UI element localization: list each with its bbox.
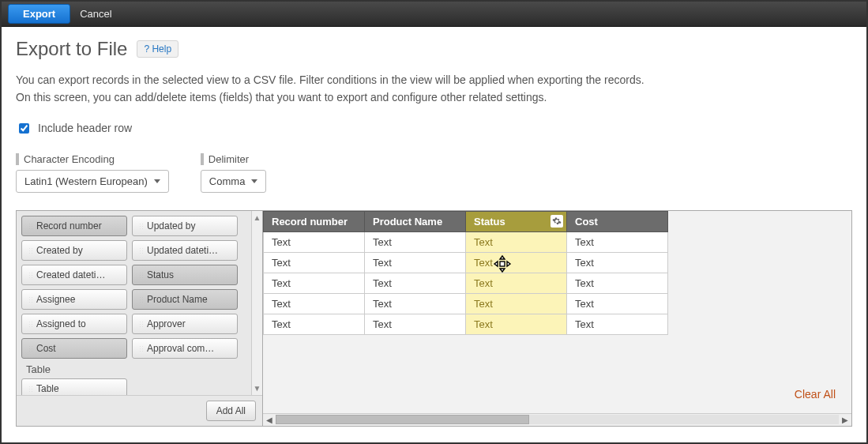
encoding-select[interactable]: Latin1 (Western European) bbox=[16, 170, 169, 193]
grip-icon bbox=[28, 296, 33, 304]
grip-icon bbox=[28, 223, 33, 231]
field-pill-label: Record number bbox=[36, 220, 102, 231]
field-pill[interactable]: Approver bbox=[132, 314, 238, 334]
scroll-thumb[interactable] bbox=[276, 415, 529, 424]
table-cell: Text bbox=[365, 231, 466, 252]
table-cell: Text bbox=[567, 293, 668, 314]
table-cell: Text bbox=[264, 273, 365, 293]
chevron-down-icon bbox=[154, 179, 160, 183]
grip-icon bbox=[139, 247, 144, 255]
table-cell: Text bbox=[466, 273, 567, 293]
table-cell: Text bbox=[466, 293, 567, 314]
table-cell: Text bbox=[365, 252, 466, 273]
palette-scrollbar[interactable]: ▲ ▼ bbox=[251, 211, 262, 395]
chevron-down-icon bbox=[251, 179, 257, 183]
delimiter-label: Delimiter bbox=[201, 153, 267, 165]
table-row: TextTextTextText bbox=[264, 231, 668, 252]
field-pill[interactable]: Product Name bbox=[132, 289, 238, 310]
encoding-value: Latin1 (Western European) bbox=[24, 175, 148, 187]
field-pill-label: Product Name bbox=[147, 294, 208, 305]
field-pill-label: Status bbox=[147, 269, 174, 280]
field-pill[interactable]: Status bbox=[132, 265, 238, 285]
field-pill[interactable]: Updated by bbox=[132, 216, 238, 236]
field-pill-label: Cost bbox=[36, 343, 56, 354]
table-cell: Text bbox=[567, 273, 668, 293]
field-pill[interactable]: Approval com… bbox=[132, 338, 238, 359]
grip-icon bbox=[139, 321, 144, 329]
grip-icon bbox=[28, 272, 33, 280]
table-row: TextTextTextText bbox=[264, 293, 668, 314]
cancel-link[interactable]: Cancel bbox=[80, 8, 111, 20]
field-pill[interactable]: Table bbox=[21, 378, 127, 395]
help-button[interactable]: ? Help bbox=[137, 40, 178, 58]
delimiter-select[interactable]: Comma bbox=[201, 170, 267, 193]
field-pill[interactable]: Assignee bbox=[21, 289, 127, 310]
scroll-left-icon[interactable]: ◀ bbox=[263, 416, 276, 424]
include-header-label[interactable]: Include header row bbox=[38, 122, 132, 134]
field-pill-label: Assigned to bbox=[36, 318, 86, 329]
clear-all-link[interactable]: Clear All bbox=[795, 388, 836, 401]
table-cell: Text bbox=[365, 293, 466, 314]
page-title: Export to File bbox=[16, 38, 127, 60]
scroll-track[interactable] bbox=[276, 415, 839, 424]
table-cell: Text bbox=[567, 252, 668, 273]
field-pill[interactable]: Created dateti… bbox=[21, 265, 127, 285]
scroll-up-icon[interactable]: ▲ bbox=[254, 213, 261, 222]
table-cell: Text bbox=[365, 273, 466, 293]
table-row: TextTextTextText bbox=[264, 273, 668, 293]
export-button[interactable]: Export bbox=[8, 4, 70, 24]
top-toolbar: Export Cancel bbox=[2, 2, 866, 27]
column-header[interactable]: Product Name bbox=[365, 211, 466, 231]
grip-icon bbox=[28, 321, 33, 329]
description-line-2: On this screen, you can add/delete items… bbox=[16, 88, 852, 106]
scroll-down-icon[interactable]: ▼ bbox=[254, 384, 261, 393]
scroll-right-icon[interactable]: ▶ bbox=[839, 416, 851, 424]
description-line-1: You can export records in the selected v… bbox=[16, 71, 852, 88]
column-header[interactable]: Record number bbox=[264, 211, 365, 231]
horizontal-scrollbar[interactable]: ◀ ▶ bbox=[263, 413, 851, 426]
field-pill[interactable]: Assigned to bbox=[21, 314, 127, 334]
field-pill-label: Table bbox=[36, 383, 59, 394]
table-row: TextTextTextText bbox=[264, 314, 668, 334]
field-pill[interactable]: Record number bbox=[21, 216, 127, 236]
grip-icon bbox=[28, 386, 33, 393]
table-cell: Text bbox=[264, 293, 365, 314]
grip-icon bbox=[139, 272, 144, 280]
field-pill-label: Assignee bbox=[36, 294, 75, 305]
table-cell: Text bbox=[264, 231, 365, 252]
field-pill-label: Created dateti… bbox=[36, 269, 105, 280]
grip-icon bbox=[139, 223, 144, 231]
table-cell: Text bbox=[466, 314, 567, 334]
grip-icon bbox=[139, 345, 144, 353]
field-pill-label: Approval com… bbox=[147, 343, 214, 354]
field-pill-label: Approver bbox=[147, 318, 186, 329]
field-pill-label: Created by bbox=[36, 245, 83, 256]
field-pill-label: Updated dateti… bbox=[147, 245, 218, 256]
palette-section-label: Table bbox=[21, 359, 246, 377]
field-pill[interactable]: Created by bbox=[21, 240, 127, 261]
grip-icon bbox=[28, 247, 33, 255]
preview-table: Record numberProduct NameStatusCostTextT… bbox=[263, 211, 668, 335]
include-header-checkbox[interactable] bbox=[19, 123, 29, 134]
add-all-button[interactable]: Add All bbox=[206, 401, 256, 421]
field-pill-label: Updated by bbox=[147, 220, 195, 231]
grip-icon bbox=[28, 345, 33, 353]
grip-icon bbox=[139, 296, 144, 304]
table-row: TextTextTextText bbox=[264, 252, 668, 273]
table-cell: Text bbox=[264, 252, 365, 273]
preview-pane: Record numberProduct NameStatusCostTextT… bbox=[263, 211, 851, 426]
field-pill[interactable]: Updated dateti… bbox=[132, 240, 238, 261]
delimiter-value: Comma bbox=[209, 175, 246, 187]
table-cell: Text bbox=[567, 231, 668, 252]
field-builder: Record numberCreated byCreated dateti…As… bbox=[16, 210, 852, 427]
column-header[interactable]: Cost bbox=[567, 211, 668, 231]
table-cell: Text bbox=[567, 314, 668, 334]
column-header[interactable]: Status bbox=[466, 211, 567, 231]
encoding-label: Character Encoding bbox=[16, 153, 169, 165]
field-pill[interactable]: Cost bbox=[21, 338, 127, 359]
column-settings-button[interactable] bbox=[550, 215, 563, 228]
table-cell: Text bbox=[466, 252, 567, 273]
field-palette: Record numberCreated byCreated dateti…As… bbox=[17, 211, 263, 426]
table-cell: Text bbox=[466, 231, 567, 252]
table-cell: Text bbox=[365, 314, 466, 334]
